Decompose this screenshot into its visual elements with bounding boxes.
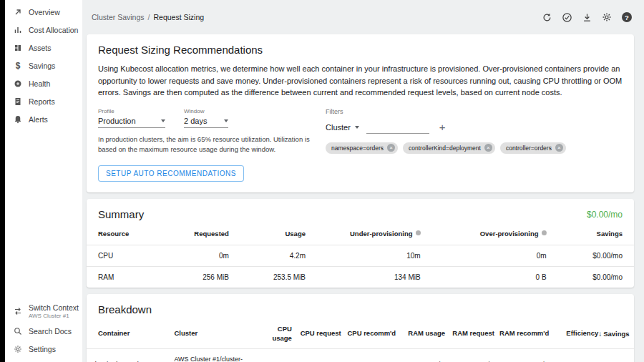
breakdown-col-efficiency[interactable]: Efficiency: [549, 322, 598, 349]
sidebar-item-assets[interactable]: Assets: [5, 39, 82, 57]
breakdown-header-row: Container Cluster CPU usage CPU request …: [87, 322, 634, 349]
info-icon[interactable]: [542, 230, 547, 235]
breakdown-col-container[interactable]: Container: [87, 322, 174, 349]
chevron-down-icon: [224, 119, 228, 122]
sidebar-nav: Overview Cost Allocation Assets $ Saving…: [5, 3, 82, 128]
download-icon[interactable]: [581, 11, 592, 23]
cell-over-provisioning: 0 B: [421, 266, 547, 288]
breadcrumb: Cluster Savings / Request Sizing: [92, 13, 204, 21]
filter-chip: controller=orders ×: [500, 142, 566, 154]
breakdown-col-cpu-usage[interactable]: CPU usage: [259, 322, 292, 349]
breakdown-table: Container Cluster CPU usage CPU request …: [87, 322, 634, 362]
cell-under-provisioning: 134 MiB: [306, 266, 421, 288]
summary-col-savings: Savings: [547, 227, 634, 245]
switch-context-labels: Switch Context AWS Cluster #1: [29, 303, 79, 319]
summary-title: Summary: [98, 208, 144, 220]
sidebar-item-switch-context[interactable]: Switch Context AWS Cluster #1: [5, 300, 82, 322]
sidebar-item-label: Health: [29, 79, 50, 88]
window-select[interactable]: Window 2 days: [184, 108, 228, 128]
breadcrumb-section[interactable]: Cluster Savings: [92, 13, 145, 21]
cell-cpu-request: 0m: [292, 349, 341, 362]
summary-row-cpu: CPU 0m 4.2m 10m 0m $0.00/mo: [87, 245, 634, 266]
topbar-actions: ?: [541, 11, 633, 23]
refresh-icon[interactable]: [541, 11, 552, 23]
filter-type-select[interactable]: Cluster: [326, 123, 359, 134]
gear-icon: [13, 345, 23, 353]
breakdown-col-ram-request[interactable]: RAM request: [445, 322, 494, 349]
breakdown-row[interactable]: orders/orders:orders AWS Cluster #1/clus…: [87, 349, 634, 362]
cell-requested: 0m: [152, 245, 229, 266]
sidebar-item-label: Assets: [29, 44, 52, 52]
breakdown-col-savings[interactable]: ↓Savings: [598, 322, 634, 349]
sidebar-item-search-docs[interactable]: Search Docs: [5, 322, 82, 340]
filters-label: Filters: [326, 108, 623, 115]
summary-row-ram: RAM 256 MiB 253.5 MiB 134 MiB 0 B $0.00/…: [87, 266, 634, 288]
breakdown-col-cpu-request[interactable]: CPU request: [292, 322, 341, 349]
sidebar-item-label: Cost Allocation: [29, 26, 78, 34]
breakdown-title: Breakdown: [98, 303, 152, 315]
switch-context-icon: [13, 307, 23, 315]
dollar-icon: $: [13, 61, 23, 71]
chevron-down-icon: [355, 126, 359, 129]
page-description: Using Kubecost allocation metrics, we de…: [98, 63, 623, 99]
switch-context-label: Switch Context: [29, 303, 79, 313]
remove-chip-icon[interactable]: ×: [555, 144, 563, 152]
summary-header: Summary $0.00/mo: [87, 199, 634, 227]
breakdown-col-cpu-recommended[interactable]: CPU recomm'd: [341, 322, 396, 349]
chevron-down-icon: [161, 119, 165, 122]
sidebar-item-reports[interactable]: Reports: [5, 92, 82, 110]
main-area: Cluster Savings / Request Sizing ? Reque…: [82, 0, 644, 362]
settings-gear-icon[interactable]: [601, 11, 613, 23]
summary-col-resource: Resource: [87, 227, 152, 245]
health-icon: [13, 79, 23, 88]
add-filter-icon[interactable]: +: [439, 122, 446, 134]
cell-ram-recommended: 390 MiB: [494, 349, 550, 362]
cell-cpu-usage: 4.2m: [259, 349, 292, 362]
filter-chips: namespace=orders × controllerKind=deploy…: [326, 142, 623, 154]
remove-chip-icon[interactable]: ×: [387, 144, 395, 152]
summary-table: Resource Requested Usage Under-provision…: [87, 227, 634, 288]
sidebar-item-label: Savings: [29, 62, 55, 70]
profile-select[interactable]: Profile Production: [98, 108, 165, 128]
sidebar-item-overview[interactable]: Overview: [5, 3, 82, 21]
info-icon[interactable]: [416, 230, 421, 235]
filter-chip-label: controller=orders: [506, 145, 552, 152]
breakdown-col-ram-recommended[interactable]: RAM recomm'd: [494, 322, 550, 349]
summary-total-savings: $0.00/mo: [587, 210, 623, 220]
breadcrumb-separator: /: [148, 13, 150, 21]
request-sizing-card: Request Sizing Recommendations Using Kub…: [87, 34, 634, 192]
cell-resource: CPU: [87, 245, 152, 266]
cell-container: orders/orders:orders: [87, 349, 174, 362]
sidebar-item-health[interactable]: Health: [5, 74, 82, 92]
sidebar-item-savings[interactable]: $ Savings: [5, 57, 82, 74]
help-icon[interactable]: ?: [621, 11, 633, 23]
summary-header-row: Resource Requested Usage Under-provision…: [87, 227, 634, 245]
sidebar-item-label: Search Docs: [29, 327, 72, 336]
sidebar: Overview Cost Allocation Assets $ Saving…: [5, 0, 82, 362]
cell-cluster: AWS Cluster #1/cluster-one: [174, 349, 259, 362]
profile-select-label: Profile: [98, 108, 165, 114]
app-window: Overview Cost Allocation Assets $ Saving…: [0, 0, 644, 362]
cell-resource: RAM: [87, 266, 152, 288]
cell-requested: 256 MiB: [152, 266, 229, 288]
breakdown-card: Breakdown Container Cluster CPU usage CP…: [87, 294, 634, 362]
breakdown-col-ram-usage[interactable]: RAM usage: [396, 322, 445, 349]
sidebar-item-settings[interactable]: Settings: [5, 340, 82, 358]
cell-savings: –: [598, 349, 634, 362]
breakdown-col-cluster[interactable]: Cluster: [174, 322, 259, 349]
summary-col-usage: Usage: [229, 227, 306, 245]
setup-auto-recommendations-button[interactable]: SETUP AUTO RECOMMENDATIONS: [98, 165, 244, 182]
cell-ram-request: 256 MiB: [445, 349, 494, 362]
check-circle-icon[interactable]: [561, 11, 572, 23]
cell-savings: $0.00/mo: [547, 245, 634, 266]
breadcrumb-page: Request Sizing: [153, 13, 204, 21]
summary-col-requested: Requested: [152, 227, 229, 245]
cell-ram-usage: 253.5 MiB: [396, 349, 445, 362]
sidebar-item-alerts[interactable]: Alerts: [5, 110, 82, 128]
bar-chart-icon: [13, 26, 23, 34]
filter-value-input[interactable]: [366, 122, 429, 134]
sidebar-item-label: Alerts: [29, 115, 48, 124]
select-group: Profile Production Window 2 days: [98, 108, 326, 128]
remove-chip-icon[interactable]: ×: [484, 144, 492, 152]
sidebar-item-cost-allocation[interactable]: Cost Allocation: [5, 21, 82, 39]
